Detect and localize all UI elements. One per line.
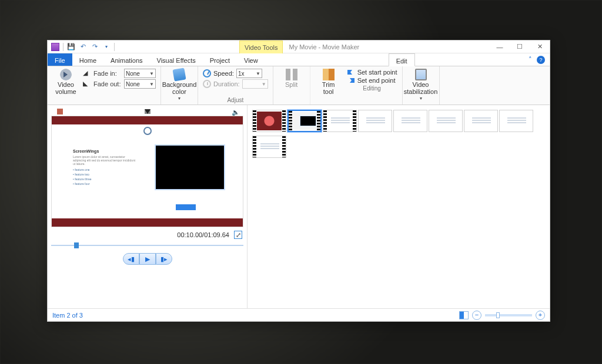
- speed-label: Speed:: [213, 70, 234, 77]
- storyboard-clip[interactable]: [252, 110, 286, 132]
- set-start-point-button[interactable]: Set start point: [347, 69, 397, 76]
- tab-animations[interactable]: Animations: [103, 53, 149, 66]
- ribbon-collapse-icon[interactable]: ˄: [529, 56, 532, 63]
- preview-cta-button: [176, 204, 196, 210]
- playback-time: 00:10.00/01:09.64: [177, 231, 229, 238]
- maximize-button[interactable]: ☐: [510, 41, 530, 53]
- app-window: 💾 ↶ ↷ ▾ Video Tools My Movie - Movie Mak…: [47, 40, 550, 322]
- preview-frame: ScreenWings Lorem ipsum dolor sit amet, …: [51, 116, 243, 227]
- tab-visual-effects[interactable]: Visual Effects: [150, 53, 203, 66]
- zoom-in-button[interactable]: +: [536, 311, 545, 320]
- ribbon: Video volume ◢ Fade in: None▼ ◣ Fade out…: [48, 66, 550, 105]
- contextual-tab-video-tools: Video Tools: [239, 41, 283, 53]
- duration-select: ▼: [242, 79, 268, 89]
- storyboard-clip[interactable]: [393, 110, 427, 132]
- trim-label: Trim tool: [322, 82, 335, 95]
- next-frame-button[interactable]: ▮▸: [156, 253, 172, 265]
- titlebar: 💾 ↶ ↷ ▾ Video Tools My Movie - Movie Mak…: [48, 41, 550, 53]
- storyboard-clip-selected[interactable]: [287, 110, 322, 132]
- redo-icon[interactable]: ↷: [91, 43, 99, 51]
- split-icon: [286, 69, 297, 80]
- group-label-editing: Editing: [347, 85, 397, 92]
- speed-select[interactable]: 1x▼: [236, 69, 262, 78]
- split-button: Split: [278, 69, 305, 89]
- storyboard-clip[interactable]: [499, 110, 533, 132]
- preview-logo-icon: [143, 127, 152, 135]
- play-button[interactable]: ▶: [139, 253, 156, 265]
- status-bar: Item 2 of 3 − +: [48, 308, 550, 321]
- quick-access-toolbar: 💾 ↶ ↷ ▾: [48, 43, 118, 51]
- fullscreen-icon[interactable]: ⤢: [234, 231, 242, 239]
- tab-edit[interactable]: Edit: [389, 53, 415, 66]
- paint-bucket-icon: [172, 68, 186, 81]
- start-point-icon: [347, 69, 355, 75]
- set-end-point-button[interactable]: Set end point: [347, 77, 397, 84]
- marker-start-icon[interactable]: [57, 109, 63, 114]
- status-item-count: Item 2 of 3: [52, 312, 83, 319]
- tab-home[interactable]: Home: [72, 53, 103, 66]
- fade-out-select[interactable]: None▼: [124, 79, 156, 89]
- tab-project[interactable]: Project: [203, 53, 237, 66]
- fade-in-icon: ◢: [83, 69, 91, 77]
- prev-frame-button[interactable]: ◂▮: [123, 253, 139, 265]
- speaker-icon: [60, 69, 72, 80]
- end-point-icon: [347, 77, 355, 83]
- set-end-label: Set end point: [357, 77, 396, 84]
- set-start-label: Set start point: [357, 69, 397, 76]
- help-icon[interactable]: ?: [537, 56, 545, 64]
- storyboard-clip[interactable]: [429, 110, 463, 132]
- background-color-button[interactable]: Background color ▾: [166, 69, 193, 101]
- background-color-label: Background color: [162, 82, 197, 95]
- video-volume-label: Video volume: [55, 82, 76, 95]
- video-stabilization-button[interactable]: Video stabilization ▾: [407, 69, 434, 101]
- view-toggle-icon[interactable]: [459, 311, 469, 319]
- seek-slider[interactable]: [51, 242, 243, 248]
- zoom-slider[interactable]: [485, 314, 532, 316]
- group-label-adjust: Adjust: [227, 97, 243, 103]
- marker-mute-icon[interactable]: 🔈: [232, 109, 238, 114]
- tab-file[interactable]: File: [48, 53, 72, 66]
- storyboard[interactable]: [248, 105, 550, 308]
- stabilization-label: Video stabilization: [404, 82, 437, 95]
- fade-out-icon: ◣: [83, 80, 91, 88]
- storyboard-clip[interactable]: [464, 110, 498, 132]
- save-icon[interactable]: 💾: [67, 43, 75, 51]
- fade-out-label: Fade out:: [93, 80, 122, 87]
- close-button[interactable]: ✕: [530, 41, 550, 53]
- minimize-button[interactable]: —: [490, 41, 510, 53]
- storyboard-clip[interactable]: [323, 110, 357, 132]
- video-volume-button[interactable]: Video volume: [52, 69, 79, 95]
- undo-icon[interactable]: ↶: [79, 43, 87, 51]
- window-title: My Movie - Movie Maker: [289, 43, 490, 50]
- fade-in-select[interactable]: None▼: [124, 69, 156, 78]
- duration-icon: [203, 80, 211, 88]
- playhead-marker-icon[interactable]: [145, 109, 150, 114]
- ribbon-tabs: File Home Animations Visual Effects Proj…: [48, 53, 550, 66]
- trim-icon: [323, 69, 335, 80]
- storyboard-clip[interactable]: [252, 136, 286, 158]
- trim-tool-button[interactable]: Trim tool: [315, 69, 342, 95]
- split-label: Split: [285, 82, 297, 89]
- duration-label: Duration:: [213, 80, 240, 87]
- storyboard-clip[interactable]: [358, 110, 392, 132]
- stabilization-icon: [415, 69, 427, 80]
- fade-in-label: Fade in:: [93, 70, 122, 77]
- speed-icon: [203, 69, 211, 77]
- preview-embedded-video: [155, 144, 225, 190]
- zoom-out-button[interactable]: −: [472, 311, 481, 320]
- preview-pane: 🔈 ScreenWings Lorem ipsum dolor sit amet…: [48, 105, 248, 308]
- tab-view[interactable]: View: [237, 53, 265, 66]
- app-icon: [51, 43, 59, 51]
- qat-customize-icon[interactable]: ▾: [102, 43, 111, 51]
- preview-heading: ScreenWings: [73, 149, 136, 153]
